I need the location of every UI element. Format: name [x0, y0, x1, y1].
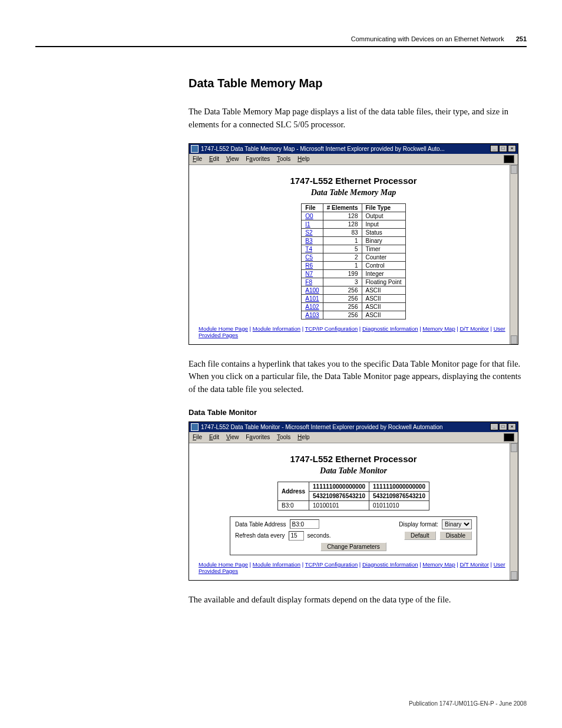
change-parameters-button[interactable]: Change Parameters [320, 542, 386, 551]
cell-filetype: ASCII [362, 311, 405, 319]
cell-elements: 128 [323, 220, 362, 228]
table-row: A100256ASCII [302, 286, 405, 294]
link-tcpip[interactable]: TCP/IP Configuration [305, 561, 358, 568]
file-link[interactable]: A101 [305, 295, 319, 302]
menu-view[interactable]: View [226, 156, 239, 162]
screenshot-dt-monitor: 1747-L552 Data Table Monitor - Microsoft… [189, 421, 518, 581]
page-header: Communicating with Devices on an Etherne… [35, 35, 527, 47]
link-home[interactable]: Module Home Page [199, 325, 248, 332]
menu-help[interactable]: Help [297, 434, 310, 440]
cell-filetype: ASCII [362, 302, 405, 311]
cell-value: 01011010 [369, 500, 429, 510]
subheading: Data Table Monitor [189, 408, 527, 417]
cell-elements: 256 [323, 286, 362, 294]
menu-favorites[interactable]: Favorites [246, 156, 270, 162]
menu-bar: File Edit View Favorites Tools Help [189, 154, 518, 165]
table-row: N7199Integer [302, 269, 405, 278]
close-button[interactable]: × [508, 145, 516, 152]
maximize-button[interactable]: □ [499, 423, 507, 430]
cell-filetype: ASCII [362, 294, 405, 302]
input-address[interactable] [290, 519, 319, 529]
closing-paragraph: The available and default display format… [189, 594, 527, 607]
link-dtmon[interactable]: D/T Monitor [459, 561, 488, 568]
file-link[interactable]: N7 [305, 271, 313, 277]
link-diag[interactable]: Diagnostic Information [362, 325, 418, 332]
link-dtmon[interactable]: D/T Monitor [459, 325, 488, 332]
cell-filetype: Binary [362, 236, 405, 245]
file-link[interactable]: A103 [305, 312, 319, 318]
col-address: Address [278, 482, 309, 500]
link-memmap[interactable]: Memory Map [422, 561, 455, 568]
file-link[interactable]: F8 [305, 279, 312, 285]
scrollbar[interactable] [510, 165, 518, 344]
close-button[interactable]: × [508, 423, 516, 430]
menu-tools[interactable]: Tools [277, 156, 290, 162]
link-diag[interactable]: Diagnostic Information [362, 561, 418, 568]
link-modinfo[interactable]: Module Information [253, 561, 300, 568]
window-title: 1747-L552 Data Table Memory Map - Micros… [201, 146, 490, 152]
maximize-button[interactable]: □ [499, 145, 507, 152]
col-bits: 5432109876543210 [369, 491, 429, 500]
cell-address: B3:0 [278, 500, 309, 510]
table-row: O0128Output [302, 212, 405, 220]
window-titlebar: 1747-L552 Data Table Monitor - Microsoft… [189, 422, 518, 432]
menu-favorites[interactable]: Favorites [246, 434, 270, 440]
cell-filetype: Timer [362, 245, 405, 253]
table-row: A102256ASCII [302, 302, 405, 311]
file-link[interactable]: S2 [305, 229, 312, 236]
processor-title: 1747-L552 Ethernet Processor [199, 176, 508, 186]
page-number: 251 [516, 35, 527, 42]
input-refresh[interactable] [289, 531, 304, 541]
menu-help[interactable]: Help [297, 156, 310, 162]
menu-view[interactable]: View [226, 434, 239, 440]
cell-filetype: ASCII [362, 286, 405, 294]
table-row: A103256ASCII [302, 311, 405, 319]
nav-links: Module Home Page | Module Information | … [199, 325, 508, 338]
menu-file[interactable]: File [193, 434, 202, 440]
cell-filetype: Integer [362, 269, 405, 278]
minimize-button[interactable]: _ [490, 145, 498, 152]
col-bits: 1111110000000000 [309, 482, 369, 491]
ie-icon [191, 423, 199, 431]
menu-edit[interactable]: Edit [209, 434, 219, 440]
cell-filetype: Counter [362, 253, 405, 261]
link-memmap[interactable]: Memory Map [422, 325, 455, 332]
select-format[interactable]: Binary [442, 519, 472, 529]
scrollbar[interactable] [510, 443, 518, 580]
cell-elements: 199 [323, 269, 362, 278]
cell-elements: 256 [323, 294, 362, 302]
cell-elements: 1 [323, 261, 362, 269]
file-link[interactable]: R6 [305, 262, 313, 269]
minimize-button[interactable]: _ [490, 423, 498, 430]
default-button[interactable]: Default [404, 531, 436, 540]
file-link[interactable]: B3 [305, 238, 312, 244]
file-link[interactable]: T4 [305, 246, 312, 252]
mid-paragraph: Each file contains a hyperlink that take… [189, 358, 527, 396]
cell-elements: 256 [323, 311, 362, 319]
link-modinfo[interactable]: Module Information [253, 325, 300, 332]
file-link[interactable]: O0 [305, 213, 313, 219]
menu-file[interactable]: File [193, 156, 202, 162]
ie-brand-icon [504, 155, 514, 163]
cell-filetype: Output [362, 212, 405, 220]
ie-icon [191, 145, 199, 153]
file-link[interactable]: A102 [305, 304, 319, 310]
cell-elements: 5 [323, 245, 362, 253]
file-link[interactable]: A100 [305, 287, 319, 294]
ie-brand-icon [504, 433, 514, 442]
file-link[interactable]: C5 [305, 254, 313, 261]
disable-button[interactable]: Disable [439, 531, 472, 540]
screenshot-memory-map: 1747-L552 Data Table Memory Map - Micros… [189, 143, 518, 345]
link-tcpip[interactable]: TCP/IP Configuration [305, 325, 358, 332]
col-bits: 1111110000000000 [369, 482, 429, 491]
file-link[interactable]: I1 [305, 221, 310, 228]
monitor-controls: Data Table Address Display format: Binar… [230, 516, 477, 555]
menu-tools[interactable]: Tools [277, 434, 290, 440]
cell-elements: 128 [323, 212, 362, 220]
window-title: 1747-L552 Data Table Monitor - Microsoft… [201, 424, 490, 430]
menu-edit[interactable]: Edit [209, 156, 219, 162]
table-row: F83Floating Point [302, 278, 405, 286]
nav-links: Module Home Page | Module Information | … [199, 561, 508, 574]
link-home[interactable]: Module Home Page [199, 561, 248, 568]
table-row: R61Control [302, 261, 405, 269]
